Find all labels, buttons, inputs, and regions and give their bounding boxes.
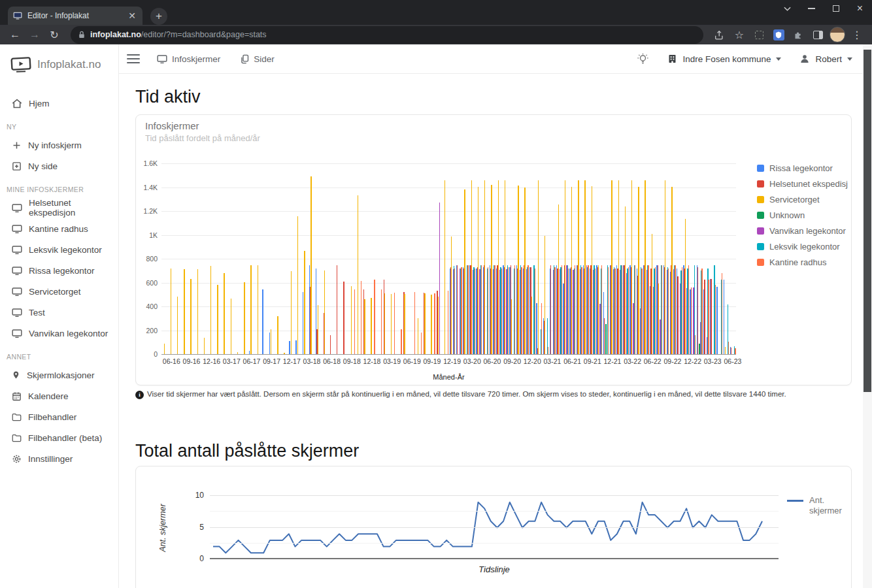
legend-item[interactable]: Helsetunet ekspedisj bbox=[757, 179, 848, 189]
scrollbar-thumb[interactable] bbox=[864, 50, 871, 392]
org-name: Indre Fosen kommune bbox=[682, 54, 771, 64]
monitor-icon bbox=[12, 287, 22, 296]
tab-search-chevron-button[interactable] bbox=[775, 0, 799, 17]
sidebar-section-ny: NY bbox=[0, 114, 118, 135]
plus-square-icon bbox=[12, 161, 22, 171]
folder-icon bbox=[12, 413, 22, 421]
legend-item[interactable]: Rissa legekontor bbox=[757, 163, 848, 173]
monitor-icon bbox=[12, 204, 22, 212]
sidebar-item-leksvik-legekontor[interactable]: Leksvik legekontor bbox=[0, 239, 118, 260]
sidebar-item-kantine-radhus[interactable]: Kantine radhus bbox=[0, 218, 118, 239]
sidebar-item-filbehandler[interactable]: Filbehandler bbox=[0, 406, 118, 427]
map-pin-icon bbox=[12, 370, 20, 380]
sidebar-section-annet: ANNET bbox=[0, 344, 118, 365]
sidebar-section-mine-infoskjermer: MINE INFOSKJERMER bbox=[0, 176, 118, 197]
legend-item[interactable]: Unknown bbox=[757, 210, 848, 220]
line-chart-card: Ant. skjermer 0510 Tidslinje Ant. skjerm… bbox=[135, 466, 852, 588]
info-note-text: Viser tid skjermer har vært påslått. Der… bbox=[147, 390, 786, 398]
main-content: Tid aktiv Infoskjermer Tid påslått forde… bbox=[119, 74, 863, 588]
user-name: Robert bbox=[815, 54, 842, 64]
hamburger-menu-button[interactable] bbox=[127, 54, 140, 63]
user-menu[interactable]: Robert bbox=[799, 54, 852, 64]
selection-tool-extension-icon[interactable] bbox=[750, 26, 767, 43]
legend-item[interactable]: Vanvikan legekontor bbox=[757, 226, 848, 236]
bar-chart-card: Infoskjermer Tid påslått fordelt på måne… bbox=[135, 114, 852, 385]
bar-ylabels: 02004006008001K1.2K1.4K1.6K bbox=[137, 164, 159, 355]
sidebar-item-label: Kalendere bbox=[28, 391, 69, 401]
sidebar-item-label: Kantine radhus bbox=[29, 224, 88, 234]
info-icon: i bbox=[135, 391, 144, 399]
refresh-button[interactable]: ↻ bbox=[46, 26, 63, 43]
sidebar-item-test[interactable]: Test bbox=[0, 302, 118, 323]
home-icon bbox=[12, 99, 22, 108]
new-tab-button[interactable]: + bbox=[150, 8, 167, 25]
shield-extension-icon[interactable] bbox=[770, 26, 787, 43]
bookmark-star-button[interactable]: ☆ bbox=[731, 26, 748, 43]
monitor-icon bbox=[12, 329, 22, 338]
chevron-down-icon bbox=[847, 57, 852, 61]
maximize-button[interactable] bbox=[824, 0, 848, 17]
sidebar: Infoplakat.no Hjem NY Ny infoskjerm Ny s… bbox=[0, 44, 119, 588]
sidebar-item-hjem[interactable]: Hjem bbox=[0, 93, 118, 114]
page-title-total-skjermer: Total antall påslåtte skjermer bbox=[135, 441, 359, 461]
address-bar[interactable]: infoplakat.no/editor/?m=dashboard&page=s… bbox=[71, 26, 703, 44]
forward-button[interactable]: → bbox=[26, 26, 43, 43]
nav-label: Infoskjermer bbox=[172, 54, 220, 64]
url-text: infoplakat.no/editor/?m=dashboard&page=s… bbox=[90, 30, 267, 39]
sidebar-item-vanvikan-legekontor[interactable]: Vanvikan legekontor bbox=[0, 323, 118, 344]
sidebar-item-label: Hjem bbox=[29, 99, 50, 108]
menu-kebab-button[interactable]: ⋮ bbox=[848, 26, 865, 43]
sidebar-item-servicetorget[interactable]: Servicetorget bbox=[0, 281, 118, 302]
line-x-axis-title: Tidslinje bbox=[210, 564, 779, 574]
tips-bulb-button[interactable] bbox=[637, 53, 649, 65]
sidebar-item-label: Rissa legekontor bbox=[29, 266, 95, 276]
app-header: Infoskjermer Sider Indre Fosen kommune R… bbox=[119, 44, 863, 74]
sidebar-item-skjermlokasjoner[interactable]: Skjermlokasjoner bbox=[0, 365, 118, 385]
brand[interactable]: Infoplakat.no bbox=[0, 54, 118, 76]
line-ylabels: 0510 bbox=[187, 496, 207, 559]
line-y-axis-title: Ant. skjermer bbox=[156, 496, 170, 559]
pages-icon bbox=[240, 54, 249, 64]
sidebar-item-kalendere[interactable]: Kalendere bbox=[0, 385, 118, 406]
sidebar-item-innstillinger[interactable]: Innstillinger bbox=[0, 448, 118, 469]
line-legend[interactable]: Ant. skjermer bbox=[787, 495, 850, 517]
window-controls: × bbox=[775, 0, 872, 17]
close-button[interactable]: × bbox=[848, 0, 872, 17]
sidebar-item-label: Test bbox=[29, 308, 45, 318]
share-icon[interactable] bbox=[711, 26, 728, 43]
org-selector[interactable]: Indre Fosen kommune bbox=[667, 54, 781, 64]
sidebar-item-rissa-legekontor[interactable]: Rissa legekontor bbox=[0, 260, 118, 281]
sidebar-item-label: Leksvik legekontor bbox=[29, 245, 102, 255]
bar-legend: Rissa legekontorHelsetunet ekspedisjServ… bbox=[757, 163, 848, 267]
sidebar-item-ny-infoskjerm[interactable]: Ny infoskjerm bbox=[0, 135, 118, 155]
side-panel-icon[interactable] bbox=[809, 26, 826, 43]
profile-avatar[interactable] bbox=[829, 26, 846, 43]
browser-tab[interactable]: Editor - Infoplakat ✕ bbox=[8, 7, 143, 25]
sidebar-item-ny-side[interactable]: Ny side bbox=[0, 155, 118, 176]
browser-toolbar: ← → ↻ infoplakat.no/editor/?m=dashboard&… bbox=[0, 25, 872, 44]
legend-item[interactable]: Servicetorget bbox=[757, 195, 848, 204]
extensions-puzzle-icon[interactable] bbox=[790, 26, 807, 43]
sidebar-item-label: Ny infoskjerm bbox=[28, 140, 82, 150]
legend-item[interactable]: Leksvik legekontor bbox=[757, 242, 848, 252]
sidebar-item-label: Filbehandler bbox=[28, 412, 76, 422]
tab-close-button[interactable]: ✕ bbox=[127, 11, 137, 20]
tab-favicon-monitor-icon bbox=[13, 12, 22, 20]
nav-sider[interactable]: Sider bbox=[240, 54, 275, 64]
monitor-icon bbox=[12, 267, 22, 275]
minimize-button[interactable] bbox=[799, 0, 824, 17]
line-plot bbox=[210, 496, 779, 559]
bar-xlabels: 06-1609-1612-1603-1706-1709-1712-1703-18… bbox=[161, 357, 736, 367]
sidebar-item-label: Innstillinger bbox=[28, 454, 73, 464]
sidebar-item-label: Ny side bbox=[28, 161, 58, 171]
back-button[interactable]: ← bbox=[7, 26, 24, 43]
gear-icon bbox=[12, 454, 22, 464]
monitor-icon bbox=[12, 308, 22, 317]
brand-name: Infoplakat.no bbox=[37, 58, 101, 71]
info-note: i Viser tid skjermer har vært påslått. D… bbox=[135, 390, 852, 399]
sidebar-item-filbehandler-beta[interactable]: Filbehandler (beta) bbox=[0, 427, 118, 448]
sidebar-item-helsetunet-ekspedisjon[interactable]: Helsetunet ekspedisjon bbox=[0, 197, 118, 218]
browser-window: Editor - Infoplakat ✕ + × ← → ↻ infoplak… bbox=[0, 0, 872, 588]
legend-item[interactable]: Kantine radhus bbox=[757, 257, 848, 267]
nav-infoskjermer[interactable]: Infoskjermer bbox=[157, 54, 220, 64]
